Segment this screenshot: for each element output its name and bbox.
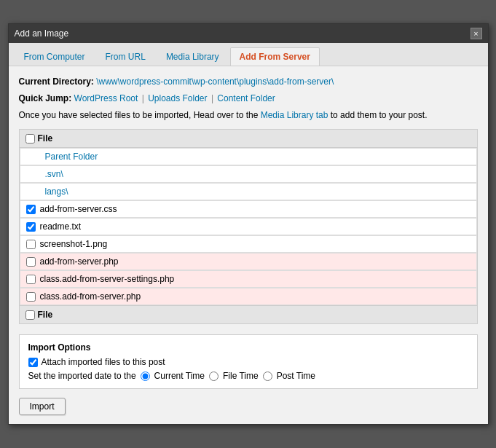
- date-post-radio[interactable]: [263, 372, 272, 381]
- quick-jump-uploads-folder[interactable]: Uploads Folder: [148, 93, 207, 103]
- table-footer-file-label: File: [38, 310, 53, 320]
- table-cell: add-from-server.php: [20, 253, 477, 270]
- date-current-label: Current Time: [154, 371, 205, 381]
- import-button[interactable]: Import: [19, 398, 66, 415]
- table-cell: add-from-server.css: [20, 200, 477, 218]
- table-row: langs\: [19, 183, 477, 200]
- file-name: readme.txt: [40, 221, 82, 232]
- date-option-row: Set the imported date to the Current Tim…: [28, 371, 468, 381]
- table-header-file-label: File: [38, 133, 53, 144]
- current-directory-line: Current Directory: \www\wordpress-commit…: [19, 75, 478, 88]
- notice-after: to add them to your post.: [328, 110, 427, 120]
- table-cell: class.add-from-server.php: [20, 288, 477, 305]
- date-file-label: File Time: [223, 371, 259, 381]
- table-header-checkbox-cell: File: [19, 130, 477, 148]
- table-row: add-from-server.css: [19, 200, 477, 218]
- select-all-checkbox[interactable]: [25, 134, 35, 144]
- notice-before: Once you have selected files to be impor…: [19, 110, 261, 120]
- file-name: screenshot-1.png: [40, 239, 108, 249]
- current-directory-path[interactable]: \www\wordpress-commit\wp-content\plugins…: [96, 76, 334, 87]
- date-file-radio[interactable]: [209, 372, 219, 381]
- date-current-radio[interactable]: [141, 372, 150, 381]
- dialog-titlebar: Add an Image ×: [9, 24, 488, 43]
- file-name: class.add-from-server.php: [40, 291, 141, 302]
- table-row: class.add-from-server-settings.php: [19, 270, 477, 288]
- tab-add-from-server[interactable]: Add From Server: [230, 47, 320, 66]
- quick-jump-content-folder[interactable]: Content Folder: [217, 93, 275, 103]
- file-checkbox[interactable]: [26, 292, 36, 302]
- table-row: screenshot-1.png: [19, 235, 477, 253]
- date-label: Set the imported date to the: [28, 371, 136, 381]
- quick-jump-wordpress-root[interactable]: WordPress Root: [74, 93, 138, 103]
- file-name: class.add-from-server-settings.php: [40, 274, 175, 284]
- date-post-label: Post Time: [277, 371, 315, 381]
- add-image-dialog: Add an Image × From Computer From URL Me…: [8, 23, 489, 425]
- separator-1: |: [142, 93, 144, 103]
- table-cell: Parent Folder: [20, 148, 477, 165]
- folder-link[interactable]: langs\: [45, 186, 68, 197]
- file-checkbox[interactable]: [26, 275, 36, 284]
- file-checkbox[interactable]: [26, 205, 36, 214]
- table-row: readme.txt: [19, 218, 477, 235]
- file-name: add-from-server.php: [40, 256, 119, 267]
- table-footer-checkbox-cell: File: [19, 306, 477, 324]
- table-cell: .svn\: [20, 165, 477, 183]
- attach-label: Attach imported files to this post: [42, 357, 165, 367]
- dialog-title: Add an Image: [15, 28, 69, 39]
- import-options-title: Import Options: [28, 342, 468, 353]
- quick-jump-line: Quick Jump: WordPress Root | Uploads Fol…: [19, 92, 478, 105]
- import-options-panel: Import Options Attach imported files to …: [19, 334, 478, 389]
- quick-jump-label: Quick Jump:: [19, 93, 72, 103]
- file-table: File Parent Folder.svn\langs\add-from-se…: [19, 129, 478, 324]
- tab-from-url[interactable]: From URL: [96, 47, 155, 66]
- separator-2: |: [211, 93, 213, 103]
- table-row: add-from-server.php: [19, 253, 477, 270]
- tab-from-computer[interactable]: From Computer: [15, 47, 95, 66]
- file-checkbox[interactable]: [26, 257, 36, 267]
- tab-media-library[interactable]: Media Library: [157, 47, 229, 66]
- table-row: Parent Folder: [19, 148, 477, 166]
- attach-checkbox[interactable]: [28, 358, 38, 367]
- attach-option-row: Attach imported files to this post: [28, 357, 468, 367]
- notice-text: Once you have selected files to be impor…: [19, 109, 478, 122]
- table-row: class.add-from-server.php: [19, 288, 477, 306]
- tab-bar: From Computer From URL Media Library Add…: [9, 43, 488, 66]
- current-directory-label: Current Directory:: [19, 76, 94, 87]
- table-cell: langs\: [20, 183, 477, 200]
- file-name: add-from-server.css: [40, 204, 117, 214]
- folder-link[interactable]: Parent Folder: [45, 152, 98, 162]
- file-checkbox[interactable]: [26, 240, 36, 249]
- select-all-footer-checkbox[interactable]: [25, 310, 35, 320]
- close-button[interactable]: ×: [471, 28, 482, 39]
- table-row: .svn\: [19, 165, 477, 183]
- dialog-body: Current Directory: \www\wordpress-commit…: [9, 66, 488, 424]
- table-cell: readme.txt: [20, 218, 477, 235]
- notice-media-library-link[interactable]: Media Library tab: [261, 110, 328, 120]
- table-cell: class.add-from-server-settings.php: [20, 270, 477, 288]
- file-checkbox[interactable]: [26, 222, 36, 232]
- table-cell: screenshot-1.png: [20, 235, 477, 253]
- folder-link[interactable]: .svn\: [45, 169, 63, 179]
